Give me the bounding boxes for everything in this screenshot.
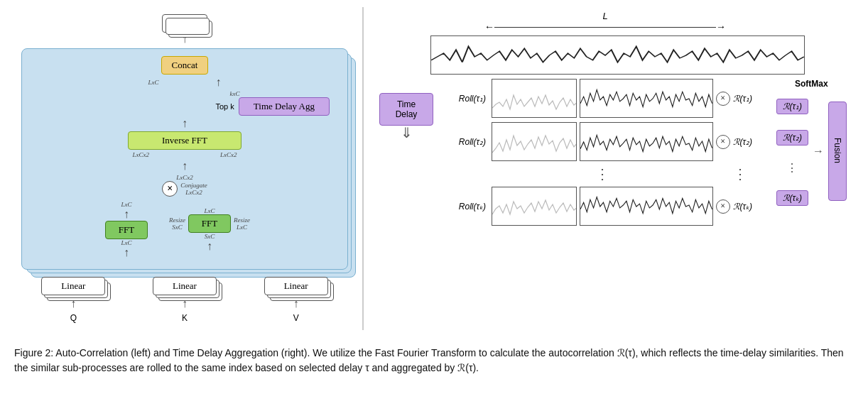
- time-delay-box: TimeDelay: [379, 93, 433, 126]
- dots-row: ⋮ ⋮: [439, 165, 772, 182]
- signal-box-2a: [492, 122, 577, 161]
- roll-tau2-label: Roll(τ₂): [439, 137, 489, 147]
- linear-q-box: Linear: [41, 277, 105, 295]
- signal-row-2: Roll(τ₂) × ℛ(τ₂): [439, 122, 772, 161]
- top-signal-row: [378, 35, 847, 75]
- fft-section: LxC ↑ FFT LxC ↑ LxC R: [33, 201, 337, 259]
- dim-sxc2: SxC: [205, 233, 215, 240]
- arrow-right-fusion: →: [813, 145, 824, 158]
- arrow-down-concat: ↑: [216, 77, 222, 88]
- signal-box-kb: [580, 187, 713, 226]
- right-diagram: L ← →: [371, 7, 854, 330]
- concat-box: Concat: [161, 56, 209, 75]
- label-q: Q: [70, 313, 77, 323]
- conjugate-label: Conjugate: [180, 182, 207, 189]
- linear-k-col: Linear ↑ K: [153, 277, 217, 323]
- fusion-row: ℛ(τ₁) ℛ(τ₂) ⋮ ℛ(τₖ) → Fusion: [776, 96, 847, 206]
- signal-box-1a: [492, 79, 577, 118]
- diagram-row: Linear ↑ Concat LxC ↑: [14, 7, 854, 337]
- dim-lxcx2-a: LxCx2: [133, 151, 150, 158]
- fft-right-box: FFT: [188, 214, 231, 233]
- r-tauk-label: ℛ(τₖ): [733, 202, 772, 212]
- signal-row-k: Roll(τₖ) × ℛ(τₖ): [439, 187, 772, 226]
- linear-v-stacked: Linear: [264, 277, 328, 295]
- dim-lxcx2-b: LxCx2: [220, 151, 237, 158]
- r-tau1-label: ℛ(τ₁): [733, 94, 772, 104]
- arrow-up-ifft: ↑: [182, 160, 188, 172]
- r-tau1-box: ℛ(τ₁): [776, 99, 808, 114]
- time-delay-agg-box: Time Delay Agg: [239, 97, 330, 116]
- label-v: V: [293, 313, 299, 323]
- arrow-inv-fft: ↑: [182, 118, 188, 129]
- roll-tau1-label: Roll(τ₁): [439, 94, 489, 104]
- linear-top-label: Linear: [173, 18, 197, 28]
- signal-box-2b: [580, 122, 713, 161]
- dim-lxcx2-right: LxCx2: [185, 189, 202, 196]
- down-arrow-big: ⇓: [401, 126, 413, 140]
- r-dots-col: ⋮: [786, 161, 798, 175]
- inv-fft-box: Inverse FFT: [128, 131, 242, 150]
- multiply-k: ×: [716, 199, 730, 214]
- nn-content: Concat LxC ↑ kxC Top k Time: [33, 56, 337, 262]
- middle-section: TimeDelay ⇓ Roll(τ₁): [378, 79, 847, 226]
- fft-left-box: FFT: [105, 221, 148, 239]
- softmax-fusion-col: SoftMax ℛ(τ₁) ℛ(τ₂) ⋮ ℛ(τₖ) → Fusion: [776, 79, 847, 206]
- top-signal-box: [430, 35, 805, 75]
- label-k: K: [182, 313, 188, 323]
- left-diagram: Linear ↑ Concat LxC ↑: [14, 7, 355, 330]
- nn-outer-box: Concat LxC ↑ kxC Top k Time: [21, 48, 348, 270]
- r-tau2-box: ℛ(τ₂): [776, 130, 808, 146]
- figure-caption: Figure 2: Auto-Correlation (left) and Ti…: [14, 346, 854, 376]
- r-values-col: ℛ(τ₁) ℛ(τ₂) ⋮ ℛ(τₖ): [776, 96, 808, 206]
- l-label: L: [602, 11, 607, 21]
- r-dots: ⋮: [733, 165, 772, 182]
- nn-bottom-row: Linear ↑ Q Linear ↑ K: [21, 277, 348, 323]
- topk-label: Top k: [216, 102, 234, 111]
- linear-q-col: Linear ↑ Q: [41, 277, 105, 323]
- multiply-symbol: ×: [162, 181, 178, 197]
- signal-rows-col: Roll(τ₁) × ℛ(τ₁): [439, 79, 772, 226]
- linear-k-box: Linear: [153, 277, 217, 295]
- center-divider: [362, 7, 364, 330]
- main-container: Linear ↑ Concat LxC ↑: [14, 7, 854, 376]
- linear-k-stacked: Linear: [153, 277, 217, 295]
- r-tau2-label: ℛ(τ₂): [733, 137, 772, 147]
- dim-lxc-fft2: LxC: [121, 239, 131, 246]
- vertical-dots: ⋮: [492, 165, 713, 182]
- linear-v-box: Linear: [264, 277, 328, 295]
- r-tauk-box: ℛ(τₖ): [776, 190, 808, 206]
- l-label-container: L ← →: [484, 11, 726, 33]
- signal-row-1: Roll(τ₁) × ℛ(τ₁): [439, 79, 772, 118]
- fft-left-item: LxC ↑ FFT LxC ↑: [105, 201, 148, 259]
- multiply-1: ×: [716, 92, 730, 106]
- multiply-2: ×: [716, 135, 730, 149]
- dim-lxcx2-left: LxCx2: [176, 174, 193, 181]
- linear-q-stacked: Linear: [41, 277, 105, 295]
- dim-lxc-label: LxC: [148, 79, 158, 86]
- fusion-box: Fusion: [828, 102, 847, 201]
- dim-lxc-fft: LxC: [121, 201, 131, 208]
- linear-v-col: Linear ↑ V: [264, 277, 328, 323]
- fft-right-container: LxC Resize SxC FFT Resize: [169, 207, 250, 253]
- softmax-label: SoftMax: [795, 79, 828, 89]
- time-delay-col: TimeDelay ⇓: [378, 79, 435, 140]
- signal-box-ka: [492, 187, 577, 226]
- dim-lxc-r: LxC: [204, 207, 215, 214]
- signal-box-1b: [580, 79, 713, 118]
- roll-tauk-label: Roll(τₖ): [439, 202, 489, 212]
- linear-top-box: Linear: [162, 14, 207, 33]
- dim-kxc: kxC: [230, 90, 240, 97]
